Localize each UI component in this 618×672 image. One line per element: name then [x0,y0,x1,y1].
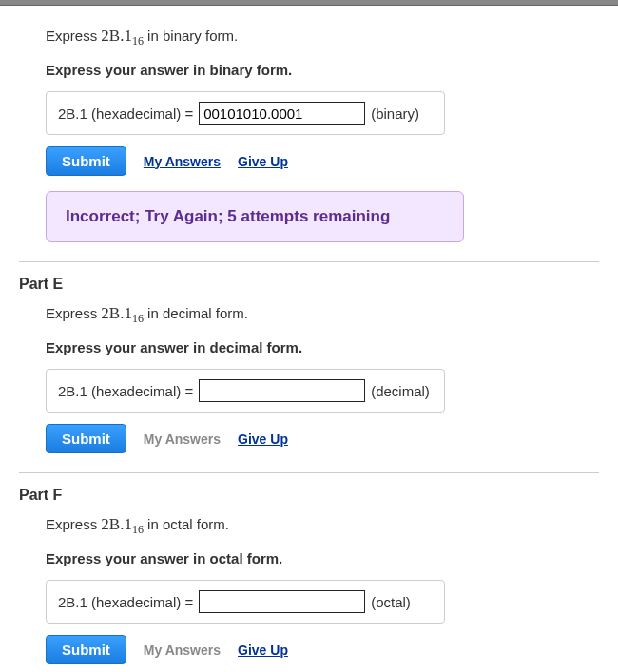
question-sub: 16 [132,312,144,325]
part-d-section: Express 2B.116 in binary form. Express y… [19,27,599,242]
part-d-answer-input[interactable] [199,102,365,125]
part-e-actions: Submit My Answers Give Up [46,424,599,453]
part-d-actions: Submit My Answers Give Up [46,146,599,176]
question-suffix: in binary form. [144,28,238,44]
answer-unit: (binary) [371,106,419,122]
answer-label: 2B.1 (hexadecimal) = [58,106,193,122]
divider [19,472,599,473]
question-expr: 2B.1 [101,515,132,533]
part-e-answer-box: 2B.1 (hexadecimal) = (decimal) [46,369,445,413]
answer-unit: (decimal) [371,383,430,399]
question-suffix: in decimal form. [144,305,248,321]
question-sub: 16 [132,34,144,48]
part-f-answer-input[interactable] [199,590,365,613]
give-up-link[interactable]: Give Up [238,643,288,658]
submit-button[interactable]: Submit [46,424,126,453]
part-f-question: Express 2B.116 in octal form. [46,515,599,537]
give-up-link[interactable]: Give Up [238,154,288,169]
part-e-question: Express 2B.116 in decimal form. [46,304,599,326]
divider [19,261,599,262]
answer-unit: (octal) [371,594,411,610]
part-f-title: Part F [19,487,599,504]
part-f-answer-box: 2B.1 (hexadecimal) = (octal) [46,580,445,624]
answer-label: 2B.1 (hexadecimal) = [58,594,193,610]
my-answers-link[interactable]: My Answers [144,154,221,169]
part-f-section: Express 2B.116 in octal form. Express yo… [19,515,599,664]
my-answers-link-disabled: My Answers [144,432,221,447]
part-d-question: Express 2B.116 in binary form. [46,27,599,48]
question-prefix: Express [46,305,101,321]
part-d-instruction: Express your answer in binary form. [46,62,599,78]
question-suffix: in octal form. [144,516,229,532]
submit-button[interactable]: Submit [46,635,126,664]
part-e-title: Part E [19,276,599,293]
part-e-section: Express 2B.116 in decimal form. Express … [19,304,599,453]
part-e-instruction: Express your answer in decimal form. [46,339,599,355]
part-f-instruction: Express your answer in octal form. [46,550,599,566]
part-e-answer-input[interactable] [199,379,365,402]
part-d-answer-box: 2B.1 (hexadecimal) = (binary) [46,91,445,135]
content-area: Express 2B.116 in binary form. Express y… [0,6,618,672]
part-f-actions: Submit My Answers Give Up [46,635,599,664]
give-up-link[interactable]: Give Up [238,432,288,447]
question-sub: 16 [132,523,144,536]
feedback-box: Incorrect; Try Again; 5 attempts remaini… [46,191,464,242]
question-prefix: Express [46,28,101,44]
my-answers-link-disabled: My Answers [144,643,221,658]
answer-label: 2B.1 (hexadecimal) = [58,383,193,399]
submit-button[interactable]: Submit [46,146,126,176]
question-prefix: Express [46,516,101,532]
question-expr: 2B.1 [101,27,132,45]
question-expr: 2B.1 [101,304,132,322]
